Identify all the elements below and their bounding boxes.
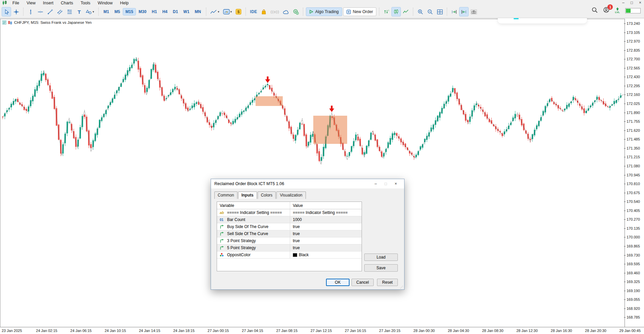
vertical-line-tool-button[interactable] — [26, 7, 35, 16]
tile-windows-button[interactable] — [435, 7, 444, 16]
timeframe-d1[interactable]: D1 — [170, 8, 180, 15]
value-cell[interactable]: true — [290, 237, 362, 244]
cursor-tool-button[interactable] — [2, 7, 11, 16]
shapes-tool-button[interactable]: ▾ — [85, 7, 96, 16]
dialog-minimize-icon[interactable]: – — [371, 181, 381, 186]
timeframe-m1[interactable]: M1 — [101, 8, 112, 15]
search-icon[interactable] — [592, 7, 598, 14]
mt5-application: FileViewInsertChartsToolsWindowHelp – □ … — [0, 0, 644, 334]
zoom-in-button[interactable] — [416, 7, 425, 16]
menu-tools[interactable]: Tools — [77, 0, 94, 6]
restore-window-icon[interactable]: □ — [631, 0, 633, 5]
dialog-close-icon[interactable]: × — [391, 181, 401, 186]
ok-button[interactable]: OK — [326, 279, 350, 286]
ide-button[interactable]: IDE — [249, 7, 259, 16]
timeframe-h4[interactable]: H4 — [160, 8, 170, 15]
timeframe-h1[interactable]: H1 — [150, 8, 159, 15]
table-row[interactable]: Sell Side Of The Curvetrue — [217, 230, 362, 237]
menu-view[interactable]: View — [23, 0, 39, 6]
zoom-out-button[interactable] — [426, 7, 434, 16]
menu-file[interactable]: File — [9, 0, 23, 6]
minimize-window-icon[interactable]: – — [622, 0, 625, 5]
profile-icon[interactable]: 1 — [603, 7, 609, 14]
notification-badge: 1 — [607, 4, 613, 10]
value-cell[interactable]: true — [290, 230, 362, 237]
timeframe-m5[interactable]: M5 — [112, 8, 122, 15]
channel-tool-button[interactable] — [55, 7, 64, 16]
timeframe-m30[interactable]: M30 — [136, 8, 149, 15]
line-chart-view-button[interactable] — [401, 7, 410, 16]
variable-cell: 01Bar Count — [217, 216, 290, 223]
tab-common[interactable]: Common — [214, 191, 237, 199]
level-icon[interactable]: LVL — [615, 7, 620, 14]
table-row[interactable]: ab===== Indicator Setting ========== Ind… — [217, 209, 362, 216]
time-label: 28 Jan 20:30 — [585, 329, 606, 333]
screenshot-camera-button[interactable] — [469, 7, 478, 16]
time-label: 28 Jan 16:30 — [551, 329, 572, 333]
price-label: 170.405 — [627, 209, 640, 213]
community-icon[interactable] — [291, 7, 300, 16]
branch-icon — [220, 225, 225, 229]
time-label: 28 Jan 00:30 — [414, 329, 435, 333]
timeframe-m15[interactable]: M15 — [123, 8, 136, 15]
chart-style-button[interactable]: ▾ — [209, 7, 221, 16]
resize-grip-icon[interactable]: ⋰ — [400, 285, 404, 289]
horizontal-line-tool-button[interactable] — [36, 7, 45, 16]
time-label: 24 Jan 10:15 — [105, 329, 126, 333]
shift-end-button[interactable] — [450, 7, 459, 16]
depth-of-market-button[interactable]: 1 — [382, 7, 391, 16]
price-label: 168.785 — [627, 315, 640, 319]
chevron-down-icon: ▾ — [93, 10, 94, 13]
value-cell[interactable]: ===== Indicator Setting ===== — [290, 209, 362, 216]
menu-window[interactable]: Window — [94, 0, 116, 6]
table-row[interactable]: 3 Point Strategytrue — [217, 237, 362, 244]
timeframe-mn[interactable]: MN — [193, 8, 204, 15]
price-label: 171.755 — [627, 119, 640, 123]
table-row[interactable]: Buy Side Of The Curvetrue — [217, 223, 362, 230]
fibonacci-tool-button[interactable] — [65, 7, 74, 16]
tab-visualization[interactable]: Visualization — [276, 191, 306, 199]
cancel-button[interactable]: Cancel — [352, 279, 374, 286]
tab-inputs[interactable]: Inputs — [238, 191, 257, 199]
load-button[interactable]: Load — [364, 254, 398, 261]
01-icon: 01 — [220, 218, 225, 222]
signals-icon[interactable]: ((o)) — [269, 7, 281, 16]
cloud-icon[interactable] — [282, 7, 290, 16]
value-cell[interactable]: true — [290, 223, 362, 230]
trendline-tool-button[interactable] — [46, 7, 54, 16]
menu-insert[interactable]: Insert — [39, 0, 57, 6]
toolbar-separator — [413, 8, 413, 16]
dialog-title: Reclaimed Order Block ICT MT5 1.06 — [214, 181, 371, 186]
text-tool-button[interactable]: T — [75, 7, 84, 16]
time-axis[interactable]: 23 Jan 202524 Jan 02:1524 Jan 06:1524 Ja… — [0, 327, 644, 334]
table-row[interactable]: OppositColorBlack — [217, 252, 362, 259]
toolbar-separator — [379, 8, 379, 16]
candlestick-view-button[interactable] — [392, 7, 400, 16]
tab-colors[interactable]: Colors — [258, 191, 276, 199]
value-cell[interactable]: 1000 — [290, 216, 362, 223]
table-row[interactable]: 5 Point Strategytrue — [217, 244, 362, 252]
menu-help[interactable]: Help — [116, 0, 132, 6]
shift-left-button[interactable] — [460, 7, 468, 16]
market-bag-icon[interactable] — [260, 7, 268, 16]
currency-dollar-button[interactable]: $ — [234, 7, 243, 16]
indicators-gauge-button[interactable]: ▾ — [222, 7, 233, 16]
table-header-row: VariableValue — [217, 202, 362, 209]
connection-strength-bar — [625, 8, 641, 13]
value-cell[interactable]: Black — [290, 252, 362, 258]
save-button[interactable]: Save — [364, 264, 398, 272]
algo-trading-button[interactable]: Algo Trading — [306, 7, 342, 16]
crosshair-tool-button[interactable] — [12, 7, 20, 16]
variable-name: Bar Count — [227, 217, 245, 222]
table-row[interactable]: 01Bar Count1000 — [217, 216, 362, 223]
menu-charts[interactable]: Charts — [57, 0, 77, 6]
value-text: true — [293, 231, 300, 236]
price-axis[interactable]: 173.240173.105172.970172.835172.700172.5… — [625, 19, 644, 327]
timeframe-w1[interactable]: W1 — [181, 8, 192, 15]
toolbar: T ▾ M1M5M15M30H1H4D1W1MN ▾ ▾ $ IDE ((o)) — [0, 6, 644, 18]
value-cell[interactable]: true — [290, 244, 362, 251]
dialog-title-bar[interactable]: Reclaimed Order Block ICT MT5 1.06 – □ × — [211, 179, 404, 188]
new-order-button[interactable]: New Order — [343, 7, 376, 16]
reset-button[interactable]: Reset — [377, 279, 398, 286]
close-window-icon[interactable]: × — [639, 0, 641, 5]
